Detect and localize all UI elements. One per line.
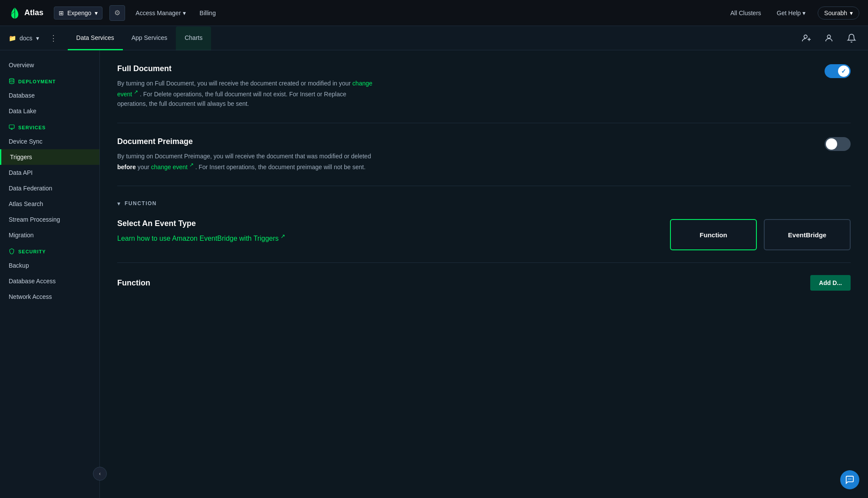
sidebar-item-atlas-search[interactable]: Atlas Search: [0, 196, 99, 212]
chat-support-button[interactable]: [840, 470, 859, 489]
function-chevron-icon: ▾: [117, 200, 120, 207]
project-selector[interactable]: 📁 docs ▾: [9, 35, 44, 42]
full-document-text: Full Document By turning on Full Documen…: [117, 64, 378, 109]
preimage-change-event-link[interactable]: change event ↗: [151, 164, 194, 170]
event-type-left: Select An Event Type Learn how to use Am…: [117, 219, 285, 242]
event-type-buttons: Function EventBridge: [670, 219, 851, 250]
sidebar: Overview DEPLOYMENT Database Data Lake S…: [0, 50, 100, 498]
org-selector[interactable]: ⊞ Expengo ▾: [54, 7, 102, 20]
access-manager-link[interactable]: Access Manager ▾: [132, 7, 189, 19]
services-icon: [9, 124, 15, 131]
function-collapsible: ▾ FUNCTION Select An Event Type Learn ho…: [117, 200, 851, 291]
svg-point-3: [827, 35, 830, 38]
svg-point-0: [804, 35, 807, 38]
sidebar-item-backup[interactable]: Backup: [0, 258, 99, 273]
sidebar-section-security: SECURITY: [0, 243, 99, 258]
full-document-section: Full Document By turning on Full Documen…: [117, 64, 851, 123]
top-nav-right: All Clusters Get Help ▾ Sourabh ▾: [727, 7, 859, 20]
event-type-section: Select An Event Type Learn how to use Am…: [117, 219, 851, 263]
add-button[interactable]: Add D...: [810, 275, 851, 291]
sidebar-item-database[interactable]: Database: [0, 88, 99, 103]
sidebar-item-data-api[interactable]: Data API: [0, 165, 99, 180]
project-folder-icon: 📁: [9, 35, 16, 42]
svg-point-10: [851, 478, 851, 479]
eventbridge-type-button[interactable]: EventBridge: [764, 219, 851, 250]
sidebar-item-data-lake[interactable]: Data Lake: [0, 103, 99, 119]
sidebar-item-migration[interactable]: Migration: [0, 227, 99, 243]
second-nav-right: [799, 30, 859, 46]
project-name: docs: [20, 35, 33, 42]
add-user-button[interactable]: [799, 30, 814, 46]
gear-icon: ⚙: [114, 9, 120, 17]
person-icon-button[interactable]: [821, 30, 837, 46]
sidebar-item-network-access[interactable]: Network Access: [0, 289, 99, 305]
deployment-icon: [9, 78, 15, 85]
org-dropdown-arrow: ▾: [95, 10, 98, 16]
sidebar-section-deployment: DEPLOYMENT: [0, 73, 99, 88]
main-content: Full Document By turning on Full Documen…: [100, 50, 868, 498]
user-dropdown-arrow: ▾: [850, 10, 853, 16]
atlas-logo-text: Atlas: [24, 8, 43, 17]
security-icon: [9, 248, 15, 255]
billing-link[interactable]: Billing: [196, 7, 219, 19]
full-document-toggle[interactable]: ✓: [825, 64, 851, 78]
sidebar-section-services: SERVICES: [0, 119, 99, 134]
function-label: Function: [117, 278, 150, 288]
second-nav: 📁 docs ▾ ⋮ Data Services App Services Ch…: [0, 26, 868, 50]
tab-data-services[interactable]: Data Services: [68, 26, 123, 50]
svg-point-8: [848, 478, 849, 479]
user-name: Sourabh: [824, 10, 847, 16]
sidebar-item-triggers[interactable]: Triggers: [0, 149, 99, 165]
get-help-link[interactable]: Get Help ▾: [773, 7, 809, 19]
full-document-desc: By turning on Full Document, you will re…: [117, 79, 378, 109]
full-document-title: Full Document: [117, 64, 378, 73]
project-dropdown-arrow: ▾: [36, 35, 39, 42]
document-preimage-text: Document Preimage By turning on Document…: [117, 137, 378, 172]
main-layout: Overview DEPLOYMENT Database Data Lake S…: [0, 50, 868, 498]
toggle-check-icon: ✓: [841, 68, 846, 75]
svg-point-9: [849, 478, 850, 479]
sidebar-item-database-access[interactable]: Database Access: [0, 273, 99, 289]
sidebar-item-overview[interactable]: Overview: [0, 57, 99, 73]
document-preimage-title: Document Preimage: [117, 137, 378, 146]
tab-bar: Data Services App Services Charts: [68, 26, 211, 50]
tab-charts[interactable]: Charts: [176, 26, 211, 50]
function-type-button[interactable]: Function: [670, 219, 757, 250]
org-name: Expengo: [67, 10, 91, 16]
svg-rect-5: [9, 125, 14, 128]
document-preimage-desc: By turning on Document Preimage, you wil…: [117, 151, 378, 172]
eventbridge-learn-link[interactable]: Learn how to use Amazon EventBridge with…: [117, 235, 285, 242]
user-menu-button[interactable]: Sourabh ▾: [818, 7, 859, 20]
notification-bell-button[interactable]: [844, 30, 859, 46]
atlas-logo: Atlas: [9, 7, 43, 19]
svg-point-4: [10, 79, 14, 80]
function-section-label: FUNCTION: [125, 200, 157, 206]
all-clusters-link[interactable]: All Clusters: [727, 7, 765, 19]
tab-app-services[interactable]: App Services: [123, 26, 176, 50]
document-preimage-toggle[interactable]: [825, 137, 851, 151]
sidebar-item-data-federation[interactable]: Data Federation: [0, 180, 99, 196]
sidebar-collapse-icon: ‹: [100, 471, 101, 477]
function-bottom: Function Add D...: [117, 275, 851, 291]
sidebar-item-device-sync[interactable]: Device Sync: [0, 134, 99, 149]
top-nav: Atlas ⊞ Expengo ▾ ⚙ Access Manager ▾ Bil…: [0, 0, 868, 26]
document-preimage-section: Document Preimage By turning on Document…: [117, 137, 851, 186]
settings-gear-button[interactable]: ⚙: [109, 5, 125, 21]
sidebar-toggle-button[interactable]: ‹: [100, 467, 107, 481]
project-dots-menu[interactable]: ⋮: [44, 33, 63, 43]
sidebar-item-stream-processing[interactable]: Stream Processing: [0, 212, 99, 227]
function-collapsible-header[interactable]: ▾ FUNCTION: [117, 200, 851, 207]
event-type-title: Select An Event Type: [117, 219, 285, 228]
